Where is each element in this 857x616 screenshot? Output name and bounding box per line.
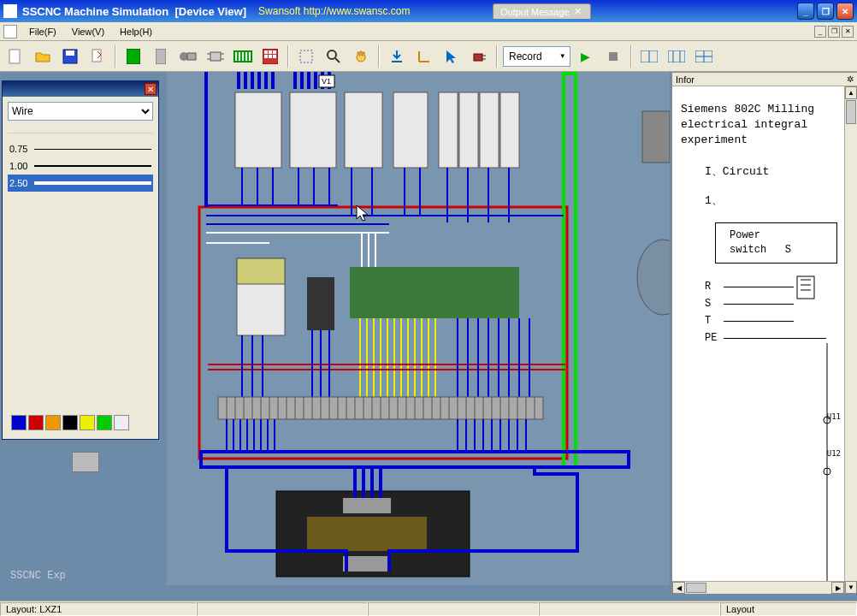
export-button[interactable] [86,44,109,68]
output-message-tab[interactable]: Output Message ✕ [493,3,591,19]
svg-rect-25 [273,55,276,58]
chip-button[interactable] [204,44,228,68]
menu-view[interactable]: View(V) [65,25,111,38]
color-white[interactable] [114,415,129,430]
menu-app-icon [3,25,17,38]
scroll-down-button[interactable]: ▼ [845,581,857,594]
status-right: Layout [720,602,857,616]
new-file-button[interactable] [3,44,27,68]
info-body: Siemens 802C Milling electrical integral… [672,86,844,594]
status-layout: Layout: LXZ1 [0,602,197,616]
play-button[interactable]: ▶ [574,44,598,68]
svg-rect-8 [210,52,221,61]
plug-button[interactable] [467,44,491,68]
svg-rect-66 [500,92,519,168]
mdi-close[interactable]: ✕ [842,26,854,38]
statusbar: Layout: LXZ1 Layout [0,601,857,616]
color-green[interactable] [97,415,112,430]
titlebar: SSCNC Machine Simulation [Device View] S… [0,0,857,22]
close-icon[interactable]: ✕ [145,83,157,95]
scroll-right-button[interactable]: ▶ [831,582,844,594]
info-title: Infor [676,74,694,85]
pan-button[interactable] [349,44,373,68]
scroll-left-button[interactable]: ◀ [672,582,685,594]
panel-gray-button[interactable] [149,44,173,68]
svg-line-28 [335,58,340,62]
color-orange[interactable] [45,415,61,430]
view-split-3-button[interactable] [692,44,716,68]
info-section-1: I、Circuit [681,164,837,180]
color-red[interactable] [28,415,44,430]
info-text: Siemens 802C Milling electrical integral… [681,102,837,149]
stop-icon [609,52,618,61]
svg-rect-20 [264,50,268,54]
schematic-canvas[interactable]: V1 [167,72,670,585]
play-icon: ▶ [581,50,590,63]
gear-icon[interactable]: ✲ [847,74,854,84]
diagram-power-switch: Power switch S [715,222,837,264]
watermark: Swansoft http://www.swansc.com [258,5,410,17]
workspace: ✕ Wire 0.75 1.00 2.50 [0,72,857,601]
svg-rect-37 [668,50,685,62]
svg-text:V1: V1 [322,77,331,86]
svg-rect-178 [343,556,391,572]
zoom-button[interactable] [322,44,346,68]
vertical-scrollbar[interactable]: ▲ ▼ [844,86,857,594]
stop-button[interactable] [601,44,625,68]
toolbar: Record ▼ ▶ [0,41,857,72]
color-black[interactable] [62,415,78,430]
mdi-restore[interactable]: ❐ [828,26,840,38]
svg-rect-15 [239,52,240,61]
close-button[interactable]: ✕ [836,3,854,20]
view-split-1-button[interactable] [637,44,661,68]
download-button[interactable] [385,44,409,68]
record-dropdown[interactable]: Record ▼ [503,46,570,67]
scroll-up-button[interactable]: ▲ [845,86,857,99]
panel-green-button[interactable] [121,44,145,68]
floating-component[interactable] [72,452,99,472]
svg-rect-62 [393,92,428,168]
menu-file[interactable]: File(F) [22,25,63,38]
wire-size-option-100[interactable]: 1.00 [8,157,153,175]
wire-type-dropdown[interactable]: Wire [8,102,153,121]
dip-switch-button[interactable] [231,44,255,68]
save-button[interactable] [58,44,82,68]
tab-label: Output Message [500,7,570,17]
open-button[interactable] [31,44,55,68]
wire-size-option-075[interactable]: 0.75 [8,140,153,157]
svg-rect-26 [300,50,312,62]
minimize-button[interactable]: _ [797,3,814,20]
select-rect-button[interactable] [294,44,318,68]
wire-size-option-250[interactable]: 2.50 [8,175,153,192]
svg-rect-61 [345,92,382,168]
keypad-button[interactable] [258,44,282,68]
maximize-button[interactable]: ❐ [817,3,834,20]
svg-rect-18 [249,52,251,61]
menubar: File(F) View(V) Help(H) _ ❐ ✕ [0,22,857,41]
axis-button[interactable] [412,44,436,68]
device-button[interactable] [176,44,200,68]
status-cell-4 [539,602,720,616]
wire-palette-titlebar[interactable]: ✕ [3,81,158,97]
svg-rect-24 [269,55,272,58]
svg-point-27 [328,50,336,59]
menu-help[interactable]: Help(H) [113,25,159,38]
svg-rect-0 [9,50,20,63]
horizontal-scrollbar[interactable]: ◀ ▶ [672,581,844,594]
pointer-button[interactable] [440,44,464,68]
view-split-2-button[interactable] [665,44,689,68]
svg-rect-5 [156,49,166,64]
chevron-down-icon: ▼ [559,52,566,60]
hscroll-thumb[interactable] [686,583,706,593]
color-yellow[interactable] [80,415,95,430]
svg-rect-87 [350,267,519,318]
scroll-thumb[interactable] [846,100,856,124]
status-cell-3 [368,602,539,616]
info-header: Infor ✲ [672,73,857,86]
mdi-minimize[interactable]: _ [814,26,826,38]
status-cell-2 [197,602,368,616]
svg-rect-59 [235,92,281,168]
svg-rect-21 [269,50,272,54]
color-blue[interactable] [11,415,27,430]
close-icon[interactable]: ✕ [573,7,583,17]
